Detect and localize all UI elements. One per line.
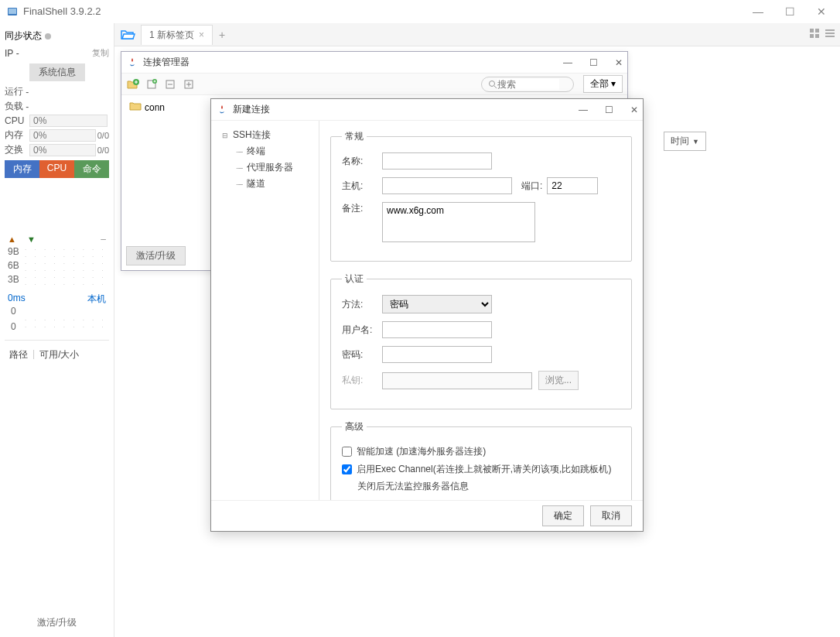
advanced-note: 关闭后无法监控服务器信息 (342, 480, 620, 493)
tree-leaf-icon: ·─ (236, 148, 244, 156)
cpu-label: CPU (5, 115, 28, 126)
host-input[interactable] (382, 177, 512, 194)
load-row: 负载 - (5, 99, 109, 114)
copy-button[interactable]: 复制 (92, 47, 109, 59)
remark-input[interactable]: www.x6g.com (382, 202, 535, 242)
exec-channel-checkbox[interactable] (342, 464, 352, 474)
advanced-legend: 高级 (342, 420, 367, 433)
sync-status-row: 同步状态 (5, 26, 109, 46)
folder-icon (129, 101, 142, 113)
activate-upgrade-button[interactable]: 激活/升级 (126, 246, 186, 265)
general-fieldset: 常规 名称: 主机: 端口: (330, 130, 632, 262)
ip-row: IP - 复制 (5, 46, 109, 60)
add-tab-button[interactable]: + (219, 29, 225, 41)
remark-label: 备注: (342, 202, 382, 215)
ip-label: IP (5, 48, 13, 59)
time-dropdown-button[interactable]: 时间 ▼ (664, 132, 706, 151)
sync-status-dot (45, 33, 51, 39)
tab-memory[interactable]: 内存 (5, 160, 39, 178)
port-input[interactable] (547, 177, 598, 194)
name-input[interactable] (382, 152, 492, 170)
swap-extra: 0/0 (97, 146, 109, 155)
collapse-icon[interactable] (163, 77, 177, 91)
username-input[interactable] (382, 321, 492, 338)
run-value: - (26, 87, 29, 98)
content-area: 1 新标签页 × + 时间 ▼ (114, 23, 840, 637)
conn-mgr-title: 连接管理器 (143, 56, 190, 69)
tab-close-icon[interactable]: × (199, 29, 204, 40)
swap-label: 交换 (5, 143, 28, 156)
maximize-button[interactable]: ☐ (785, 5, 795, 18)
search-input[interactable] (497, 79, 559, 90)
method-select[interactable]: 密码 (382, 295, 492, 313)
name-label: 名称: (342, 155, 382, 168)
svg-rect-4 (810, 34, 814, 38)
ok-button[interactable]: 确定 (542, 505, 584, 526)
smart-accel-checkbox[interactable] (342, 447, 352, 457)
port-label: 端口: (521, 180, 542, 193)
expand-icon[interactable] (182, 77, 196, 91)
mem-label: 内存 (5, 128, 28, 142)
zero-2: 0 (5, 321, 109, 332)
close-button[interactable]: ✕ (817, 5, 826, 18)
browse-button: 浏览... (538, 371, 579, 390)
latency-row: 0ms 本机 (5, 288, 109, 306)
minimize-button[interactable]: — (753, 5, 763, 18)
method-label: 方法: (342, 298, 382, 311)
net-arrows: ▲ ▼ – (5, 232, 109, 246)
tree-collapse-icon: ⊟ (222, 132, 230, 139)
conn-mgr-toolbar: 全部 ▾ (121, 74, 627, 95)
system-info-button[interactable]: 系统信息 (29, 63, 85, 81)
tab-new[interactable]: 1 新标签页 × (141, 25, 213, 45)
general-legend: 常规 (342, 130, 367, 143)
tab-command[interactable]: 命令 (74, 160, 109, 178)
password-input[interactable] (382, 346, 492, 363)
activate-link[interactable]: 激活/升级 (5, 611, 109, 634)
cancel-button[interactable]: 取消 (590, 505, 632, 526)
filter-all-button[interactable]: 全部 ▾ (583, 75, 623, 93)
conn-mgr-minimize[interactable]: — (563, 57, 572, 68)
host-label: 主机: (342, 180, 382, 193)
tree-leaf-icon: ·─ (236, 180, 244, 188)
net-mini-chart: 9B· · · · · · · · · · · · · · · · · · 6B… (5, 246, 109, 288)
new-conn-close[interactable]: ✕ (630, 104, 638, 115)
dash-icon: – (101, 234, 106, 245)
svg-line-18 (494, 86, 497, 88)
load-label: 负载 (5, 100, 23, 113)
new-folder-icon[interactable] (126, 77, 140, 91)
latency-value: 0ms (8, 293, 26, 306)
folder-open-icon[interactable] (119, 27, 136, 43)
app-title: FinalShell 3.9.2.2 (23, 5, 101, 17)
path-label: 路径 (9, 348, 28, 361)
tree-node-ssh[interactable]: ⊟ SSH连接 (214, 127, 316, 143)
pass-label: 密码: (342, 348, 382, 361)
tabbar: 1 新标签页 × + (114, 23, 840, 46)
search-box[interactable] (481, 77, 574, 92)
workspace: 时间 ▼ 连接管理器 — ☐ ✕ (114, 46, 840, 637)
menu-icon[interactable] (825, 28, 835, 41)
new-conn-minimize[interactable]: — (579, 104, 588, 115)
tree-node-proxy[interactable]: ·─ 代理服务器 (214, 159, 316, 176)
mem-row: 内存 0% 0/0 (5, 128, 109, 142)
new-item-icon[interactable] (145, 77, 159, 91)
run-row: 运行 - (5, 84, 109, 99)
conn-mgr-titlebar: 连接管理器 — ☐ ✕ (121, 52, 627, 74)
chevron-down-icon: ▼ (692, 138, 699, 146)
time-label: 时间 (671, 135, 689, 148)
conn-mgr-close[interactable]: ✕ (615, 57, 623, 68)
svg-rect-1 (9, 9, 16, 14)
tree-node-tunnel[interactable]: ·─ 隧道 (214, 176, 316, 192)
search-icon (488, 80, 497, 89)
new-conn-maximize[interactable]: ☐ (605, 104, 613, 115)
tree-node-terminal[interactable]: ·─ 终端 (214, 143, 316, 159)
sidebar-tabs: 内存 CPU 命令 (5, 160, 109, 178)
app-icon (6, 5, 19, 18)
grid-view-icon[interactable] (809, 28, 820, 41)
user-label: 用户名: (342, 324, 382, 337)
size-label: 可用/大小 (39, 348, 79, 361)
conn-mgr-maximize[interactable]: ☐ (589, 57, 598, 68)
tab-cpu[interactable]: CPU (39, 160, 74, 178)
run-label: 运行 (5, 85, 23, 98)
svg-rect-2 (810, 29, 814, 33)
cpu-bar: 0% (29, 115, 108, 127)
